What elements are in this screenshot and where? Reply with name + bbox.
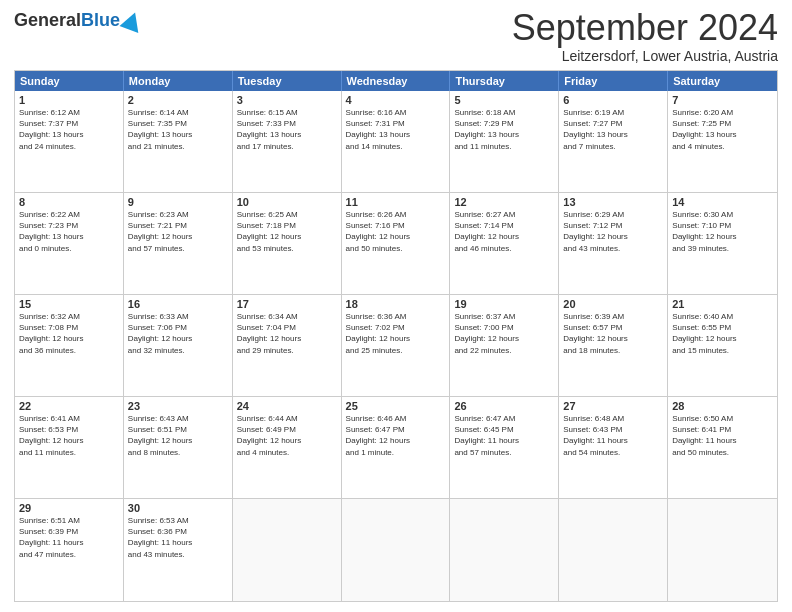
calendar-week-4: 22Sunrise: 6:41 AMSunset: 6:53 PMDayligh… xyxy=(15,397,777,499)
table-row: 3Sunrise: 6:15 AMSunset: 7:33 PMDaylight… xyxy=(233,91,342,192)
logo-blue-text: Blue xyxy=(81,10,120,31)
table-row: 26Sunrise: 6:47 AMSunset: 6:45 PMDayligh… xyxy=(450,397,559,498)
calendar-body: 1Sunrise: 6:12 AMSunset: 7:37 PMDaylight… xyxy=(15,91,777,601)
calendar-header: Sunday Monday Tuesday Wednesday Thursday… xyxy=(15,71,777,91)
day-number: 25 xyxy=(346,400,446,412)
table-row: 16Sunrise: 6:33 AMSunset: 7:06 PMDayligh… xyxy=(124,295,233,396)
day-number: 17 xyxy=(237,298,337,310)
day-number: 23 xyxy=(128,400,228,412)
day-info: Sunrise: 6:50 AMSunset: 6:41 PMDaylight:… xyxy=(672,413,773,458)
calendar-week-5: 29Sunrise: 6:51 AMSunset: 6:39 PMDayligh… xyxy=(15,499,777,601)
header-wednesday: Wednesday xyxy=(342,71,451,91)
table-row xyxy=(233,499,342,601)
header-friday: Friday xyxy=(559,71,668,91)
day-number: 15 xyxy=(19,298,119,310)
day-info: Sunrise: 6:32 AMSunset: 7:08 PMDaylight:… xyxy=(19,311,119,356)
table-row: 24Sunrise: 6:44 AMSunset: 6:49 PMDayligh… xyxy=(233,397,342,498)
day-number: 28 xyxy=(672,400,773,412)
calendar-week-1: 1Sunrise: 6:12 AMSunset: 7:37 PMDaylight… xyxy=(15,91,777,193)
day-number: 18 xyxy=(346,298,446,310)
day-number: 20 xyxy=(563,298,663,310)
day-number: 27 xyxy=(563,400,663,412)
day-info: Sunrise: 6:34 AMSunset: 7:04 PMDaylight:… xyxy=(237,311,337,356)
day-info: Sunrise: 6:41 AMSunset: 6:53 PMDaylight:… xyxy=(19,413,119,458)
table-row: 11Sunrise: 6:26 AMSunset: 7:16 PMDayligh… xyxy=(342,193,451,294)
day-number: 8 xyxy=(19,196,119,208)
day-number: 9 xyxy=(128,196,228,208)
table-row: 18Sunrise: 6:36 AMSunset: 7:02 PMDayligh… xyxy=(342,295,451,396)
day-info: Sunrise: 6:47 AMSunset: 6:45 PMDaylight:… xyxy=(454,413,554,458)
day-info: Sunrise: 6:39 AMSunset: 6:57 PMDaylight:… xyxy=(563,311,663,356)
day-info: Sunrise: 6:25 AMSunset: 7:18 PMDaylight:… xyxy=(237,209,337,254)
table-row: 28Sunrise: 6:50 AMSunset: 6:41 PMDayligh… xyxy=(668,397,777,498)
table-row: 2Sunrise: 6:14 AMSunset: 7:35 PMDaylight… xyxy=(124,91,233,192)
table-row: 7Sunrise: 6:20 AMSunset: 7:25 PMDaylight… xyxy=(668,91,777,192)
main-title: September 2024 xyxy=(512,10,778,46)
day-number: 11 xyxy=(346,196,446,208)
day-info: Sunrise: 6:51 AMSunset: 6:39 PMDaylight:… xyxy=(19,515,119,560)
day-info: Sunrise: 6:43 AMSunset: 6:51 PMDaylight:… xyxy=(128,413,228,458)
day-info: Sunrise: 6:16 AMSunset: 7:31 PMDaylight:… xyxy=(346,107,446,152)
logo: GeneralBlue xyxy=(14,10,142,31)
day-info: Sunrise: 6:53 AMSunset: 6:36 PMDaylight:… xyxy=(128,515,228,560)
table-row: 27Sunrise: 6:48 AMSunset: 6:43 PMDayligh… xyxy=(559,397,668,498)
day-info: Sunrise: 6:14 AMSunset: 7:35 PMDaylight:… xyxy=(128,107,228,152)
calendar: Sunday Monday Tuesday Wednesday Thursday… xyxy=(14,70,778,602)
header-monday: Monday xyxy=(124,71,233,91)
day-info: Sunrise: 6:33 AMSunset: 7:06 PMDaylight:… xyxy=(128,311,228,356)
day-info: Sunrise: 6:26 AMSunset: 7:16 PMDaylight:… xyxy=(346,209,446,254)
day-info: Sunrise: 6:15 AMSunset: 7:33 PMDaylight:… xyxy=(237,107,337,152)
day-info: Sunrise: 6:19 AMSunset: 7:27 PMDaylight:… xyxy=(563,107,663,152)
page: GeneralBlue September 2024 Leitzersdorf,… xyxy=(0,0,792,612)
day-number: 13 xyxy=(563,196,663,208)
day-number: 22 xyxy=(19,400,119,412)
table-row: 14Sunrise: 6:30 AMSunset: 7:10 PMDayligh… xyxy=(668,193,777,294)
table-row: 30Sunrise: 6:53 AMSunset: 6:36 PMDayligh… xyxy=(124,499,233,601)
day-info: Sunrise: 6:37 AMSunset: 7:00 PMDaylight:… xyxy=(454,311,554,356)
logo-general-text: General xyxy=(14,10,81,31)
day-info: Sunrise: 6:27 AMSunset: 7:14 PMDaylight:… xyxy=(454,209,554,254)
day-number: 26 xyxy=(454,400,554,412)
table-row: 20Sunrise: 6:39 AMSunset: 6:57 PMDayligh… xyxy=(559,295,668,396)
day-number: 7 xyxy=(672,94,773,106)
header-sunday: Sunday xyxy=(15,71,124,91)
title-area: September 2024 Leitzersdorf, Lower Austr… xyxy=(512,10,778,64)
table-row: 10Sunrise: 6:25 AMSunset: 7:18 PMDayligh… xyxy=(233,193,342,294)
day-info: Sunrise: 6:23 AMSunset: 7:21 PMDaylight:… xyxy=(128,209,228,254)
table-row xyxy=(342,499,451,601)
day-info: Sunrise: 6:22 AMSunset: 7:23 PMDaylight:… xyxy=(19,209,119,254)
day-number: 12 xyxy=(454,196,554,208)
table-row: 22Sunrise: 6:41 AMSunset: 6:53 PMDayligh… xyxy=(15,397,124,498)
day-number: 24 xyxy=(237,400,337,412)
table-row: 29Sunrise: 6:51 AMSunset: 6:39 PMDayligh… xyxy=(15,499,124,601)
day-number: 6 xyxy=(563,94,663,106)
calendar-week-2: 8Sunrise: 6:22 AMSunset: 7:23 PMDaylight… xyxy=(15,193,777,295)
day-info: Sunrise: 6:18 AMSunset: 7:29 PMDaylight:… xyxy=(454,107,554,152)
day-info: Sunrise: 6:40 AMSunset: 6:55 PMDaylight:… xyxy=(672,311,773,356)
day-number: 3 xyxy=(237,94,337,106)
table-row: 8Sunrise: 6:22 AMSunset: 7:23 PMDaylight… xyxy=(15,193,124,294)
day-info: Sunrise: 6:29 AMSunset: 7:12 PMDaylight:… xyxy=(563,209,663,254)
logo-area: GeneralBlue xyxy=(14,10,142,31)
day-number: 2 xyxy=(128,94,228,106)
day-number: 19 xyxy=(454,298,554,310)
logo-triangle-icon xyxy=(120,9,145,33)
table-row: 4Sunrise: 6:16 AMSunset: 7:31 PMDaylight… xyxy=(342,91,451,192)
table-row: 19Sunrise: 6:37 AMSunset: 7:00 PMDayligh… xyxy=(450,295,559,396)
table-row: 12Sunrise: 6:27 AMSunset: 7:14 PMDayligh… xyxy=(450,193,559,294)
subtitle: Leitzersdorf, Lower Austria, Austria xyxy=(512,48,778,64)
table-row: 17Sunrise: 6:34 AMSunset: 7:04 PMDayligh… xyxy=(233,295,342,396)
day-info: Sunrise: 6:30 AMSunset: 7:10 PMDaylight:… xyxy=(672,209,773,254)
day-number: 10 xyxy=(237,196,337,208)
table-row: 1Sunrise: 6:12 AMSunset: 7:37 PMDaylight… xyxy=(15,91,124,192)
table-row xyxy=(450,499,559,601)
day-number: 16 xyxy=(128,298,228,310)
table-row xyxy=(559,499,668,601)
day-info: Sunrise: 6:48 AMSunset: 6:43 PMDaylight:… xyxy=(563,413,663,458)
table-row: 6Sunrise: 6:19 AMSunset: 7:27 PMDaylight… xyxy=(559,91,668,192)
day-info: Sunrise: 6:46 AMSunset: 6:47 PMDaylight:… xyxy=(346,413,446,458)
table-row: 5Sunrise: 6:18 AMSunset: 7:29 PMDaylight… xyxy=(450,91,559,192)
header-saturday: Saturday xyxy=(668,71,777,91)
day-number: 14 xyxy=(672,196,773,208)
day-info: Sunrise: 6:12 AMSunset: 7:37 PMDaylight:… xyxy=(19,107,119,152)
